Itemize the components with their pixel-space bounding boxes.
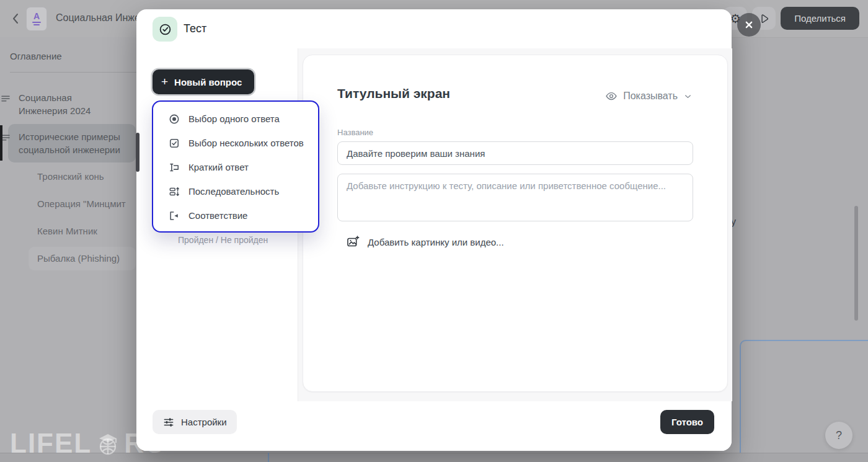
help-button[interactable]: ? — [825, 422, 852, 449]
add-media-button[interactable]: Добавить картинку или видео... — [346, 235, 504, 249]
title-screen-heading: Титульный экран — [337, 86, 450, 101]
pass-fail-label: Пройден / Не пройден — [178, 235, 268, 245]
menu-item-label: Последовательность — [188, 186, 279, 197]
question-type-menu: Выбор одного ответа Выбор нескольких отв… — [152, 100, 319, 233]
menu-item-sequence[interactable]: Последовательность — [153, 179, 318, 203]
menu-item-short-answer[interactable]: Краткий ответ — [153, 155, 318, 179]
sequence-icon — [168, 185, 180, 198]
new-question-label: Новый вопрос — [174, 77, 242, 87]
toc-item-label: Социальная Инженерия 2024 — [19, 91, 123, 117]
chevron-down-icon — [683, 92, 693, 101]
sliders-icon — [162, 416, 175, 429]
menu-item-label: Выбор нескольких ответов — [188, 138, 304, 148]
test-badge — [153, 17, 177, 42]
toc-subitem[interactable]: Рыбалка (Phishing) — [37, 253, 120, 264]
course-title: Социальная Инже — [56, 12, 140, 24]
selection-edge-bar — [0, 125, 2, 161]
menu-item-label: Соответствие — [188, 210, 247, 221]
graduation-globe-icon — [94, 430, 122, 457]
menu-item-matching[interactable]: Соответствие — [153, 203, 318, 228]
test-name-input[interactable] — [337, 141, 693, 165]
test-editor-modal: Тест Титульный экран Показывать Название — [136, 9, 732, 451]
toc-item-section[interactable]: Социальная Инженерия 2024 — [0, 91, 138, 117]
modal-title: Тест — [184, 22, 206, 35]
toc-scrollbar-thumb[interactable] — [136, 133, 140, 172]
modal-close-button[interactable] — [737, 13, 761, 37]
menu-item-label: Краткий ответ — [188, 162, 249, 172]
image-plus-icon — [346, 235, 360, 249]
modal-header: Тест — [136, 9, 732, 49]
toc-item-section[interactable]: Исторические примеры социальной инженери… — [0, 130, 138, 156]
document-icon[interactable]: A — [26, 7, 47, 31]
menu-item-label: Выбор одного ответа — [188, 113, 280, 124]
toc-item-label: Исторические примеры социальной инженери… — [19, 130, 123, 156]
page-scrollbar-thumb[interactable] — [854, 206, 858, 321]
menu-item-single-choice[interactable]: Выбор одного ответа — [153, 107, 318, 131]
toc-subitem[interactable]: Троянский конь — [37, 171, 104, 182]
close-icon — [742, 18, 756, 32]
chevron-left-icon — [9, 11, 24, 26]
test-settings-button[interactable]: Настройки — [153, 410, 237, 434]
screen: A Социальная Инже ⚙ Поделиться Оглавлени… — [0, 0, 868, 462]
instruction-textarea[interactable] — [337, 174, 693, 221]
toc-title: Оглавление — [10, 51, 62, 61]
plus-icon: + — [161, 76, 168, 87]
add-media-label: Добавить картинку или видео... — [368, 237, 504, 247]
short-answer-icon — [168, 161, 180, 174]
divider — [10, 72, 138, 73]
show-toggle[interactable]: Показывать — [605, 90, 693, 102]
checkbox-icon — [168, 137, 180, 149]
article-lines-icon — [0, 93, 11, 104]
toc-subitem[interactable]: Операция "Минцмит — [37, 198, 126, 209]
title-screen-card: Титульный экран Показывать Название Доба… — [303, 55, 728, 392]
modal-footer: Настройки Готово — [136, 401, 732, 451]
done-button[interactable]: Готово — [660, 410, 714, 434]
radio-icon — [168, 113, 180, 125]
toc-subitem[interactable]: Кевин Митник — [37, 226, 97, 236]
name-field-label: Название — [337, 128, 373, 137]
watermark-text-left: LIFEL — [10, 428, 92, 459]
show-toggle-label: Показывать — [623, 91, 678, 102]
circle-check-icon — [158, 22, 172, 37]
background-table-column-line — [268, 453, 269, 462]
back-button[interactable] — [9, 11, 24, 26]
eye-icon — [605, 90, 618, 102]
table-of-contents: Оглавление Социальная Инженерия 2024 Ист… — [0, 37, 144, 462]
new-question-button[interactable]: + Новый вопрос — [153, 69, 254, 94]
menu-item-multi-choice[interactable]: Выбор нескольких ответов — [153, 131, 318, 155]
matching-icon — [168, 210, 180, 222]
share-button[interactable]: Поделиться — [781, 7, 859, 30]
settings-label: Настройки — [181, 417, 227, 427]
